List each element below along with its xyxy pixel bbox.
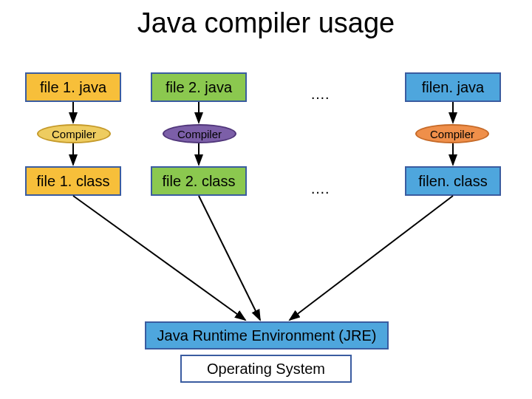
- source-file-1: file 1. java: [25, 72, 121, 102]
- svg-line-7: [199, 196, 260, 320]
- svg-line-8: [290, 196, 453, 320]
- svg-line-6: [73, 196, 245, 320]
- diagram-stage: file 1. java file 2. java …. filen. java…: [0, 0, 532, 399]
- class-ellipsis: ….: [310, 180, 330, 197]
- compiler-n: Compiler: [415, 124, 489, 143]
- os-box: Operating System: [180, 355, 352, 383]
- source-ellipsis: ….: [310, 86, 330, 103]
- compiler-1: Compiler: [37, 124, 111, 143]
- class-file-1: file 1. class: [25, 166, 121, 196]
- class-file-2: file 2. class: [151, 166, 247, 196]
- source-file-2: file 2. java: [151, 72, 247, 102]
- jre-box: Java Runtime Environment (JRE): [145, 321, 389, 349]
- source-file-n: filen. java: [405, 72, 501, 102]
- compiler-2: Compiler: [163, 124, 236, 143]
- class-file-n: filen. class: [405, 166, 501, 196]
